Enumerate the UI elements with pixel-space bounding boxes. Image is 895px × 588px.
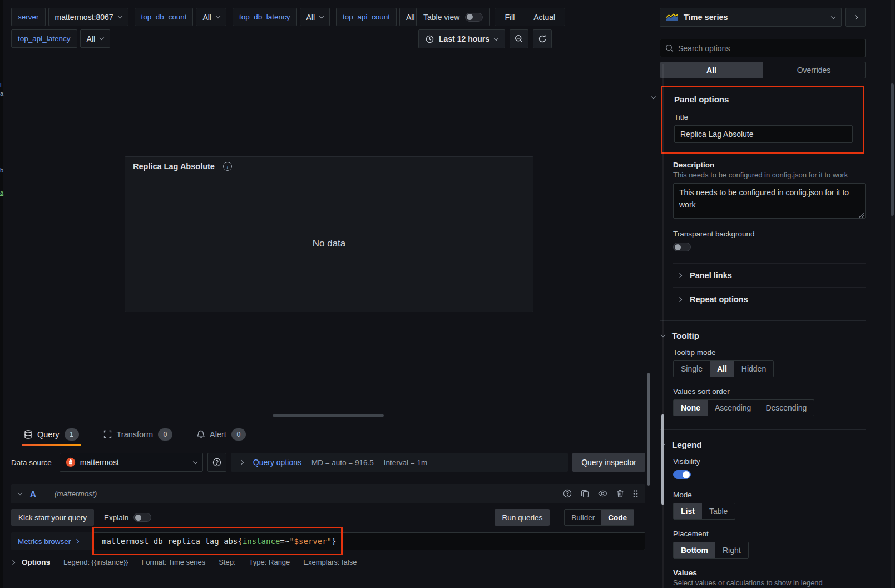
tooltip-mode-all[interactable]: All [710, 361, 734, 377]
panel-links-expander[interactable]: Panel links [673, 264, 866, 287]
sidebar-scrollbar-thumb[interactable] [661, 414, 664, 505]
help-icon[interactable] [563, 489, 572, 498]
search-icon [665, 44, 674, 52]
zoom-out-button[interactable] [510, 29, 528, 48]
run-queries-button[interactable]: Run queries [495, 509, 550, 526]
metrics-browser-button[interactable]: Metrics browser [11, 532, 93, 550]
variable-value-dropdown[interactable]: All [196, 8, 226, 26]
builder-option[interactable]: Builder [565, 510, 601, 525]
panel-title-input[interactable] [674, 125, 853, 143]
repeat-options-expander[interactable]: Repeat options [673, 288, 866, 311]
trash-icon[interactable] [616, 489, 624, 498]
page-scrollbar-thumb[interactable] [891, 83, 894, 216]
title-label: Title [674, 113, 853, 121]
variable-label[interactable]: top_api_count [336, 8, 397, 26]
chevron-right-icon [11, 560, 15, 564]
placement-bottom[interactable]: Bottom [674, 542, 715, 558]
chevron-down-icon [117, 14, 122, 18]
actual-option[interactable]: Actual [524, 8, 565, 26]
transparent-bg-switch[interactable] [673, 243, 691, 251]
edge-glyph: b [0, 167, 3, 174]
chevron-right-icon [853, 15, 858, 19]
promql-expression-input[interactable]: mattermost_db_replica_lag_abs{instance=~… [93, 532, 645, 550]
tab-label: Transform [117, 430, 154, 439]
tab-transform[interactable]: Transform 0 [102, 423, 175, 446]
tooltip-mode-hidden[interactable]: Hidden [734, 361, 773, 377]
tab-badge: 1 [65, 428, 79, 441]
tab-query[interactable]: Query 1 [22, 423, 81, 446]
visualization-name: Time series [684, 13, 728, 22]
chevron-right-icon [678, 297, 682, 302]
legend-mode-table[interactable]: Table [702, 503, 735, 519]
code-option[interactable]: Code [601, 510, 634, 525]
clock-icon [426, 35, 434, 43]
variable-label[interactable]: server [11, 8, 46, 26]
edge-glyph: a [0, 189, 3, 196]
options-search[interactable] [660, 39, 866, 57]
duplicate-icon[interactable] [581, 489, 589, 498]
values-sort-radio: None Ascending Descending [673, 399, 814, 416]
tooltip-section-header[interactable]: Tooltip [660, 331, 866, 340]
bell-icon [197, 430, 205, 439]
variable-value-dropdown[interactable]: All [80, 29, 111, 48]
panel-title: Replica Lag Absolute [133, 162, 215, 171]
prometheus-icon [66, 457, 76, 467]
builder-code-toggle: Builder Code [564, 509, 634, 526]
query-row-header[interactable]: A (mattermost) [11, 484, 645, 503]
collapse-pane-button[interactable] [845, 8, 866, 27]
option-type: Type: Range [249, 558, 290, 566]
datasource-select[interactable]: mattermost [60, 453, 203, 472]
sort-descending[interactable]: Descending [758, 400, 814, 416]
drag-handle-icon[interactable] [633, 490, 638, 498]
kickstart-query-button[interactable]: Kick start your query [11, 509, 94, 526]
variable-value-dropdown[interactable]: All [300, 8, 330, 26]
max-data-points: MD = auto = 916.5 [311, 458, 374, 467]
datasource-help-button[interactable] [207, 453, 226, 472]
options-expander[interactable]: Options [11, 558, 50, 566]
option-step: Step: [219, 558, 235, 566]
fill-option[interactable]: Fill [495, 8, 524, 26]
variable-label[interactable]: top_db_count [135, 8, 194, 26]
tab-all[interactable]: All [660, 62, 763, 78]
timeseries-chart-icon [666, 13, 678, 21]
variable-value-dropdown[interactable]: mattermost:8067 [48, 8, 128, 26]
option-format: Format: Time series [141, 558, 205, 566]
pane-resize-handle[interactable] [273, 414, 384, 417]
legend-mode-list[interactable]: List [674, 503, 702, 519]
tab-overrides[interactable]: Overrides [763, 62, 865, 78]
query-ref-id: A [30, 489, 36, 498]
options-sidebar: Time series All Overrides Panel options [655, 0, 895, 588]
interval: Interval = 1m [384, 458, 427, 467]
refresh-button[interactable] [533, 29, 552, 48]
query-inspector-button[interactable]: Query inspector [572, 453, 645, 472]
main-scrollbar-thumb[interactable] [647, 373, 650, 486]
sidebar-scrollbar-track[interactable] [662, 64, 664, 588]
search-input[interactable] [678, 44, 860, 53]
explain-toggle[interactable]: Explain [104, 513, 151, 522]
grafana-panel-editor: l a b a server mattermost:8067 top_db_co… [0, 0, 895, 588]
edge-glyph: a [0, 90, 3, 97]
explain-switch[interactable] [133, 513, 151, 522]
table-view-toggle[interactable]: Table view [416, 8, 490, 26]
legend-section-header[interactable]: Legend [660, 440, 866, 449]
tab-alert[interactable]: Alert 0 [195, 423, 248, 446]
visualization-picker[interactable]: Time series [660, 8, 842, 27]
sort-ascending[interactable]: Ascending [708, 400, 758, 416]
legend-visibility-switch[interactable] [673, 470, 691, 479]
placement-right[interactable]: Right [715, 542, 748, 558]
sort-none[interactable]: None [674, 400, 708, 416]
variable-label[interactable]: top_api_latency [11, 29, 77, 48]
query-options-link[interactable]: Query options [253, 458, 301, 467]
panel-header[interactable]: Replica Lag Absolute i [125, 157, 533, 176]
description-textarea[interactable]: This needs to be configured in config.js… [673, 183, 866, 219]
time-range-picker[interactable]: Last 12 hours [418, 29, 505, 48]
tooltip-mode-single[interactable]: Single [674, 361, 710, 377]
table-view-switch[interactable] [465, 13, 483, 22]
panel-options-title[interactable]: Panel options [674, 95, 853, 104]
info-icon[interactable]: i [223, 162, 232, 171]
chevron-down-icon [216, 14, 220, 18]
chevron-right-icon [678, 273, 682, 278]
eye-icon[interactable] [598, 490, 607, 497]
variable-label[interactable]: top_db_latency [233, 8, 297, 26]
datasource-name: mattermost [80, 458, 119, 467]
